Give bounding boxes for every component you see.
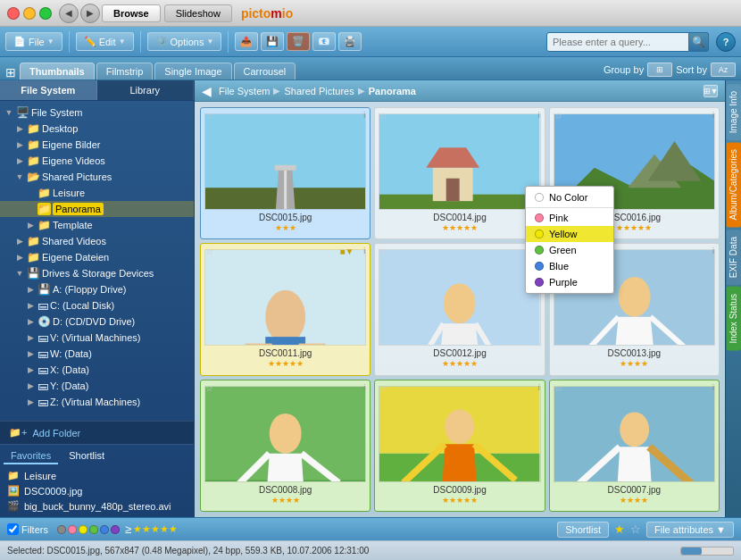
tree-item-template[interactable]: ▶ 📁 Template (0, 217, 194, 233)
grid-view-icon[interactable]: ⊞ (5, 65, 16, 79)
ctx-yellow[interactable]: Yellow (526, 226, 613, 242)
edit-menu[interactable]: ✏️ Edit ▼ (76, 32, 134, 51)
search-input[interactable] (546, 32, 689, 52)
thumb-info-icon[interactable]: i (363, 247, 365, 255)
sidebar-tab-filesystem[interactable]: File System (0, 80, 97, 100)
tree-item-drive-x[interactable]: ▶ 🖴 X: (Data) (0, 362, 194, 378)
right-tab-index-status[interactable]: Index Status (727, 287, 741, 351)
shortlist-star-icon[interactable]: ★ (614, 522, 625, 536)
thumb-info-icon[interactable]: i (363, 111, 365, 120)
shortlist-empty-star-icon[interactable]: ☆ (630, 522, 641, 536)
tree-item-panorama[interactable]: 📁 Panorama (0, 201, 194, 217)
thumb-stars-dsc0008: ★★★★ (271, 496, 300, 505)
thumb-color-icon[interactable]: ■▼ (339, 247, 354, 256)
maximize-button[interactable] (39, 7, 52, 20)
options-menu[interactable]: ⚙️ Options ▼ (147, 32, 222, 51)
yellow-dot (535, 230, 544, 238)
color-dot-yellow[interactable] (79, 525, 87, 534)
toolbar-icon-btn-2[interactable]: 💾 (261, 32, 284, 51)
tree-item-desktop[interactable]: ▶ 📁 Desktop (0, 121, 194, 137)
ctx-pink[interactable]: Pink (526, 210, 613, 226)
add-folder-button[interactable]: 📁+ Add Folder (0, 421, 194, 444)
toolbar-icon-btn-3[interactable]: 🗑️ (287, 32, 310, 51)
thumb-dsc0014[interactable]: ☆ i DSC0014.jpg ★★★★★ (374, 107, 545, 239)
thumb-info-icon[interactable]: i (363, 383, 365, 392)
sort-by-btn[interactable]: Az (711, 63, 736, 77)
sidebar-tab-library[interactable]: Library (97, 80, 195, 100)
ctx-no-color[interactable]: No Color (526, 189, 613, 205)
thumb-info-icon[interactable]: i (538, 111, 540, 120)
tree-item-drive-c[interactable]: ▶ 🖴 C: (Local Disk) (0, 297, 194, 313)
ctx-purple[interactable]: Purple (526, 274, 613, 290)
breadcrumb-filesystem[interactable]: File System (219, 86, 270, 96)
tree-item-drive-a[interactable]: ▶ 💾 A: (Floppy Drive) (0, 281, 194, 297)
thumb-dsc0007[interactable]: ☆ i DSC0007.jpg ★★★★ (549, 380, 720, 512)
shortlist-button[interactable]: Shortlist (557, 522, 609, 538)
toolbar-icon-btn-4[interactable]: 📧 (312, 32, 336, 51)
color-dot-blue[interactable] (100, 525, 109, 534)
toolbar-icon-btn-5[interactable]: 🖨️ (338, 32, 362, 51)
search-button[interactable]: 🔍 (689, 32, 709, 52)
thumb-dsc0015[interactable]: ☆ i DSC0015.jpg ★★★ (200, 107, 370, 239)
zoom-slider[interactable] (680, 547, 734, 556)
tab-browse[interactable]: Browse (102, 4, 161, 22)
thumb-name-dsc0008: DSC0008.jpg (259, 485, 312, 495)
tree-item-drive-z[interactable]: ▶ 🖴 Z: (Virtual Machines) (0, 394, 194, 410)
fav-item-video[interactable]: 🎬 big_buck_bunny_480p_stereo.avi (0, 498, 194, 514)
tree-item-drive-d[interactable]: ▶ 💿 D: (CD/DVD Drive) (0, 313, 194, 330)
filters-checkbox[interactable] (7, 523, 19, 535)
tree-item-filesystem[interactable]: ▼ 🖥️ File System (0, 104, 194, 121)
tab-thumbnails[interactable]: Thumbnails (20, 63, 95, 79)
tree-item-drives[interactable]: ▼ 💾 Drives & Storage Devices (0, 265, 194, 281)
fav-tab-favorites[interactable]: Favorites (4, 448, 58, 464)
tree-item-shared-pictures[interactable]: ▼ 📂 Shared Pictures (0, 169, 194, 185)
color-dot-gray[interactable] (57, 525, 66, 534)
thumb-info-icon[interactable]: i (712, 383, 714, 392)
view-toggle-btn[interactable]: ⊞▼ (704, 85, 718, 97)
svg-rect-9 (446, 179, 460, 201)
color-dot-green[interactable] (89, 525, 98, 534)
tab-carousel[interactable]: Carrousel (234, 63, 296, 79)
thumb-dsc0008[interactable]: ☆ i DSC0008.jpg ★★★★ (200, 380, 370, 512)
thumb-image-dsc0011 (204, 249, 366, 346)
close-button[interactable] (7, 7, 20, 20)
ctx-green[interactable]: Green (526, 242, 613, 258)
fav-tab-shortlist[interactable]: Shortlist (62, 448, 112, 464)
thumb-dsc0009[interactable]: ☆ i DSC0009.jpg ★★★★★ (374, 380, 545, 512)
toolbar-icon-btn-1[interactable]: 📤 (235, 32, 258, 51)
right-tab-image-info[interactable]: Image Info (727, 84, 741, 140)
thumb-star-icon: ☆ (554, 383, 562, 393)
tree-item-eigene-dateien[interactable]: ▶ 📁 Eigene Dateien (0, 249, 194, 265)
tab-slideshow[interactable]: Slideshow (164, 4, 232, 22)
thumb-info-icon[interactable]: i (712, 111, 714, 120)
ctx-blue[interactable]: Blue (526, 258, 613, 274)
tree-item-eigene-bilder[interactable]: ▶ 📁 Eigene Bilder (0, 137, 194, 153)
tree-item-eigene-videos[interactable]: ▶ 📁 Eigene Videos (0, 153, 194, 169)
tree-item-leisure[interactable]: 📁 Leisure (0, 185, 194, 201)
help-button[interactable]: ? (716, 32, 736, 52)
thumb-info-icon[interactable]: i (712, 247, 714, 255)
forward-button[interactable]: ▶ (80, 4, 100, 23)
thumb-dsc0011[interactable]: ☆ ■▼ i DSC0011.jpg ★★★★★ (200, 243, 370, 375)
tree-item-drive-y[interactable]: ▶ 🖴 Y: (Data) (0, 378, 194, 394)
tab-filmstrip[interactable]: Filmstrip (96, 63, 154, 79)
tab-single-image[interactable]: Single Image (154, 63, 231, 79)
right-tab-album-categories[interactable]: Album/Categories (727, 142, 741, 227)
thumb-info-icon[interactable]: i (538, 383, 540, 392)
file-attributes-button[interactable]: File attributes ▼ (646, 522, 734, 538)
fav-item-dsc0009[interactable]: 🖼️ DSC0009.jpg (0, 483, 194, 498)
back-button[interactable]: ◀ (59, 4, 79, 23)
fav-item-leisure[interactable]: 📁 Leisure (0, 468, 194, 483)
thumb-dsc0012[interactable]: ☆ i DSC0012.jpg ★★★★★ (374, 243, 545, 375)
breadcrumb-back-icon[interactable]: ◀ (202, 84, 212, 98)
breadcrumb-shared-pictures[interactable]: Shared Pictures (284, 86, 354, 96)
color-dot-purple[interactable] (111, 525, 120, 534)
tree-item-drive-w[interactable]: ▶ 🖴 W: (Data) (0, 346, 194, 362)
tree-item-shared-videos[interactable]: ▶ 📁 Shared Videos (0, 233, 194, 249)
color-dot-pink[interactable] (68, 525, 77, 534)
right-tab-exif[interactable]: EXIF Data (727, 230, 741, 285)
minimize-button[interactable] (23, 7, 36, 20)
file-menu[interactable]: 📄 File ▼ (5, 32, 62, 51)
group-by-btn[interactable]: ⊞ (647, 63, 672, 77)
tree-item-drive-v[interactable]: ▶ 🖴 V: (Virtual Machines) (0, 330, 194, 346)
